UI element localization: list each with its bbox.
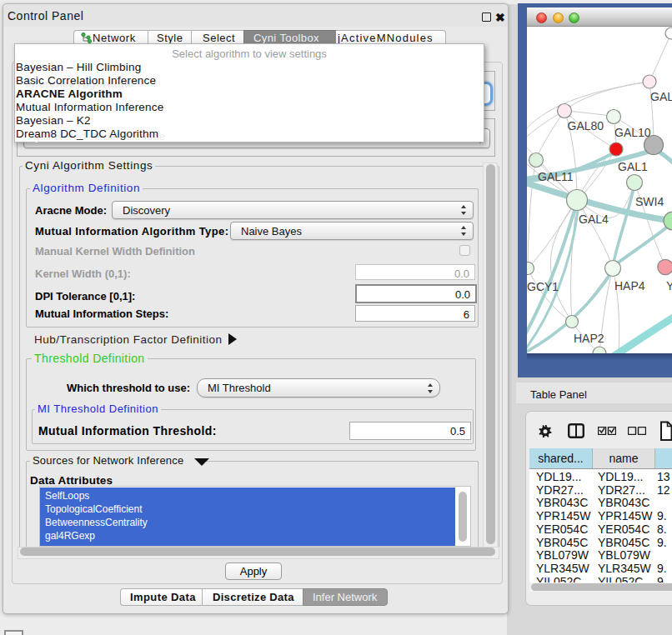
svg-text:GAL4: GAL4 xyxy=(579,212,609,226)
svg-text:GAL80: GAL80 xyxy=(568,119,604,132)
svg-text:GAL11: GAL11 xyxy=(538,170,574,183)
svg-text:GAL10: GAL10 xyxy=(614,126,651,139)
svg-text:Y: Y xyxy=(666,279,672,292)
svg-text:SWI4: SWI4 xyxy=(635,195,664,208)
svg-text:HAP4: HAP4 xyxy=(614,279,645,292)
svg-text:GAL: GAL xyxy=(650,90,672,103)
svg-text:GAL1: GAL1 xyxy=(618,160,648,173)
svg-text:HAP2: HAP2 xyxy=(574,332,604,345)
svg-text:GCY1: GCY1 xyxy=(527,280,559,293)
